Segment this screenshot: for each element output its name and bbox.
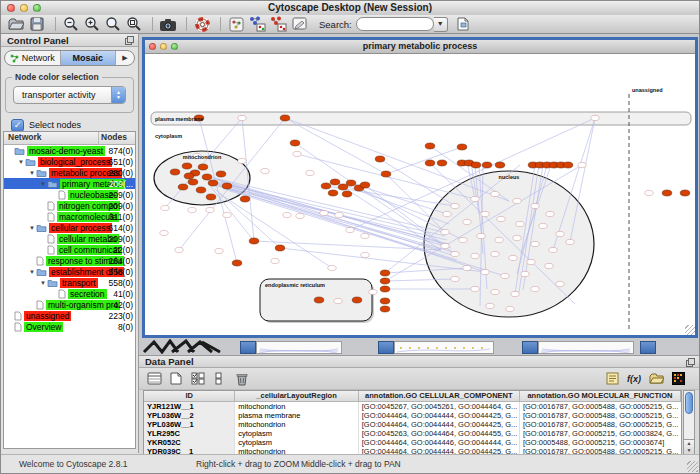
tree-row[interactable]: response to stimulu264(0) [4,255,135,266]
network-canvas[interactable]: plasma membranecytoplasmmitochondrionnuc… [145,54,695,336]
table-cell[interactable]: [GO:0016787, GO:0005215, GO:0003824, G..… [520,429,681,438]
table-scrollbar[interactable]: ▲▼ [683,390,695,455]
graph-node-selected[interactable] [342,191,352,197]
tab-network[interactable]: Network [5,51,61,65]
search-input[interactable] [356,17,434,31]
network-view-window[interactable]: primary metabolic process plasma membran… [142,37,698,338]
graph-node-unselected[interactable] [509,255,517,260]
table-row[interactable]: YJR121W__1mitochondrion[GO:0045267, GO:0… [144,402,681,411]
graph-node-unselected[interactable] [513,198,521,203]
graph-node-unselected[interactable] [491,251,499,256]
network-window-titlebar[interactable]: primary metabolic process [145,40,695,54]
table-row[interactable]: YLR295Ccytoplasm[GO:0045263, GO:0044464,… [144,429,681,438]
graph-node-selected[interactable] [188,179,198,185]
tree-row-label[interactable]: transport [60,278,98,288]
table-cell[interactable]: plasma membrane [235,411,359,420]
color-attribute-dropdown[interactable]: transporter activity ▲▼ [13,86,126,104]
select-attributes-icon[interactable] [189,370,207,387]
graph-node-unselected[interactable] [188,207,196,212]
graph-node-selected[interactable] [182,163,192,169]
table-column-header[interactable]: _cellularLayoutRegion [235,391,359,401]
graph-node-selected[interactable] [184,173,194,179]
graph-node-selected[interactable] [471,162,481,168]
graph-node-selected[interactable] [482,162,492,168]
graph-node-unselected[interactable] [477,233,485,238]
table-cell[interactable]: [GO:0045267, GO:0045261, GO:0044464, G..… [359,402,520,411]
graph-node-selected[interactable] [380,286,390,292]
graph-node-unselected[interactable] [463,265,471,270]
graph-node-unselected[interactable] [271,258,279,263]
graph-node-unselected[interactable] [306,170,314,175]
graph-node-selected[interactable] [328,190,338,196]
tree-row[interactable]: cell communicat22(0) [4,244,135,255]
unselect-attributes-icon[interactable] [211,370,229,387]
zoom-fit-icon[interactable] [104,16,122,33]
zoom-in-icon[interactable] [83,16,101,33]
table-cell[interactable]: mitochondrion [235,402,359,411]
tree-row-label[interactable]: mosaic-demo-yeast [27,146,105,156]
minimized-window-titlebar[interactable] [522,341,538,354]
graph-node-selected[interactable] [202,174,212,180]
disclosure-triangle-icon[interactable]: ▼ [39,181,47,187]
graph-node-selected[interactable] [216,171,226,177]
graph-node-selected[interactable] [321,183,331,189]
graph-node-unselected[interactable] [335,212,343,217]
tree-col-nodes[interactable]: Nodes [99,132,135,144]
graph-node-unselected[interactable] [215,248,223,253]
graph-node-unselected[interactable] [645,190,653,195]
help-ring-icon[interactable] [193,16,211,33]
table-cell[interactable]: [GO:0016787, GO:0005488, GO:0005215, G..… [520,402,681,411]
disclosure-triangle-icon[interactable]: ▼ [28,269,36,275]
disclosure-triangle-icon[interactable]: ▼ [39,280,47,286]
save-icon[interactable] [28,16,46,33]
graph-node-selected[interactable] [275,245,285,251]
graph-node-unselected[interactable] [591,115,599,120]
heatmap-icon[interactable] [669,370,687,387]
table-cell[interactable]: cytoplasm [235,429,359,438]
graph-node-selected[interactable] [425,143,435,149]
graph-node-unselected[interactable] [471,196,479,201]
graph-node-selected[interactable] [352,297,362,303]
graph-node-unselected[interactable] [161,205,169,210]
graph-node-unselected[interactable] [539,223,547,228]
graph-node-selected[interactable] [314,297,324,303]
graph-node-unselected[interactable] [443,211,451,216]
graph-node-unselected[interactable] [361,233,369,238]
minimized-window-titlebar[interactable] [640,341,656,354]
graph-node-selected[interactable] [380,270,390,276]
graph-node-unselected[interactable] [486,303,494,308]
table-cell[interactable]: [GO:0016787, GO:0005488, GO:0005215, G..… [520,411,681,420]
graph-node-unselected[interactable] [441,243,449,248]
table-cell[interactable]: YPL036W__2 [144,411,235,420]
open-folder-icon[interactable] [647,370,665,387]
graph-node-unselected[interactable] [546,211,554,216]
graph-node-selected[interactable] [563,162,573,168]
graph-node-unselected[interactable] [223,212,231,217]
tab-overflow-arrow[interactable]: ▶ [116,51,134,65]
graph-node-unselected[interactable] [283,212,291,217]
tree-row[interactable]: ▼cellular process614(0) [4,222,135,233]
scrollbar-thumb[interactable] [685,392,693,414]
graph-node-selected[interactable] [380,306,390,312]
graph-node-selected[interactable] [198,164,208,170]
table-row[interactable]: YKR052Ccytoplasm[GO:0044464, GO:0044446,… [144,438,681,447]
tree-row[interactable]: multi-organism pro42(0) [4,299,135,310]
graph-node-unselected[interactable] [293,151,301,156]
minimized-window-thumbnail[interactable] [256,341,342,354]
graph-edge[interactable] [285,118,386,174]
tree-row[interactable]: nitrogen compo209(0) [4,200,135,211]
graph-node-unselected[interactable] [516,221,524,226]
graph-node-selected[interactable] [240,196,250,202]
graph-node-selected[interactable] [290,140,300,146]
graph-node-selected[interactable] [178,184,188,190]
graph-node-selected[interactable] [330,179,340,185]
graph-node-unselected[interactable] [497,216,505,221]
tree-row[interactable]: ▼biological_process651(0) [4,156,135,167]
graph-node-unselected[interactable] [346,227,354,232]
tree-row[interactable]: macromolecule311(0) [4,211,135,222]
snapshot-icon[interactable] [159,16,177,33]
graph-node-unselected[interactable] [491,289,499,294]
new-attribute-icon[interactable] [167,370,185,387]
graph-node-unselected[interactable] [334,298,342,303]
tree-row-label[interactable]: cellular process [49,223,112,233]
